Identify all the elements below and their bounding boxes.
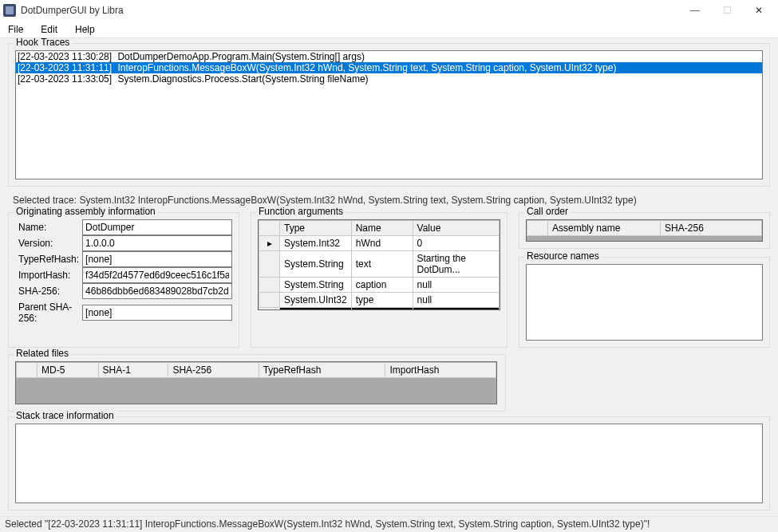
cell-type: System.UInt32: [280, 293, 352, 308]
menu-file[interactable]: File: [5, 22, 26, 37]
related-files-title: Related files: [14, 348, 71, 359]
field-parentsha256[interactable]: [82, 305, 232, 321]
cell-value: Starting the DotDum...: [413, 251, 499, 278]
cell-type: System.Int32: [280, 308, 352, 310]
cell-value: 0: [413, 236, 499, 251]
func-args-rowheader-col: [259, 221, 280, 236]
cell-value: null: [413, 293, 499, 308]
client-area: Hook Traces [22-03-2023 11:30:28] DotDum…: [0, 38, 778, 516]
menu-help[interactable]: Help: [72, 22, 98, 37]
row-indicator: [259, 308, 280, 310]
field-name[interactable]: [82, 219, 232, 235]
stack-trace-group: Stack trace information: [8, 416, 770, 510]
hook-traces-title: Hook Traces: [14, 38, 72, 48]
trace-row[interactable]: [22-03-2023 11:33:05] System.Diagnostics…: [16, 73, 762, 85]
label-name: Name:: [15, 219, 82, 235]
func-args-row[interactable]: System.Int32ReturnValue1: [259, 308, 500, 310]
hook-traces-list[interactable]: [22-03-2023 11:30:28] DotDumperDemoApp.P…: [15, 50, 763, 179]
trace-text: System.Diagnostics.Process.Start(System.…: [117, 73, 368, 85]
func-args-header-type[interactable]: Type: [280, 221, 352, 236]
cell-name: caption: [351, 278, 413, 293]
row-indicator: [259, 278, 280, 293]
minimize-button[interactable]: —: [679, 0, 711, 21]
cell-name: type: [351, 293, 413, 308]
field-version[interactable]: [82, 235, 232, 251]
window-title: DotDumperGUI by Libra: [21, 5, 679, 16]
trace-row[interactable]: [22-03-2023 11:30:28] DotDumperDemoApp.P…: [16, 51, 762, 62]
label-parentsha256: Parent SHA-256:: [15, 299, 82, 326]
resource-names-title: Resource names: [524, 250, 602, 262]
statusbar: Selected "[22-03-2023 11:31:11] InteropF…: [0, 516, 778, 532]
label-importhash: ImportHash:: [15, 267, 82, 283]
func-args-header-value[interactable]: Value: [413, 221, 499, 236]
related-files-header-sha1[interactable]: SHA-1: [98, 363, 168, 378]
resource-names-group: Resource names: [519, 257, 770, 348]
related-files-header-importhash[interactable]: ImportHash: [385, 363, 496, 378]
app-icon: [3, 4, 16, 17]
func-args-row[interactable]: ▸System.Int32hWnd0: [259, 236, 500, 251]
function-arguments-title: Function arguments: [256, 206, 346, 217]
call-order-table[interactable]: Assembly name SHA-256: [527, 220, 762, 236]
related-files-group: Related files MD-5 SHA-1 SHA-256 TypeRef…: [8, 354, 506, 412]
hook-traces-group: Hook Traces [22-03-2023 11:30:28] DotDum…: [8, 43, 770, 187]
close-button[interactable]: ✕: [743, 0, 775, 21]
call-order-header-assembly[interactable]: Assembly name: [548, 221, 661, 236]
resource-names-box[interactable]: [526, 264, 763, 341]
menubar: File Edit Help: [0, 21, 778, 38]
call-order-group: Call order Assembly name SHA-256: [519, 212, 770, 249]
function-arguments-group: Function arguments Type Name Value ▸Syst…: [251, 212, 507, 348]
trace-timestamp: [22-03-2023 11:33:05]: [18, 73, 112, 85]
cell-name: hWnd: [351, 236, 413, 251]
related-files-header-sha256[interactable]: SHA-256: [168, 363, 259, 378]
func-args-row[interactable]: System.UInt32typenull: [259, 293, 500, 308]
func-args-header-name[interactable]: Name: [351, 221, 413, 236]
cell-name: ReturnValue: [351, 308, 413, 310]
label-version: Version:: [15, 235, 82, 251]
cell-value: 1: [413, 308, 499, 310]
titlebar: DotDumperGUI by Libra — ☐ ✕: [0, 0, 778, 21]
related-files-table[interactable]: MD-5 SHA-1 SHA-256 TypeRefHash ImportHas…: [16, 362, 496, 378]
trace-text: DotDumperDemoApp.Program.Main(System.Str…: [117, 51, 364, 62]
label-typerefhash: TypeRefHash:: [15, 251, 82, 267]
cell-type: System.Int32: [280, 236, 352, 251]
window-controls: — ☐ ✕: [679, 0, 775, 21]
related-files-header-typerefhash[interactable]: TypeRefHash: [259, 363, 385, 378]
menu-edit[interactable]: Edit: [38, 22, 61, 37]
middle-row: Originating assembly information Name: V…: [8, 212, 770, 348]
func-args-row[interactable]: System.StringtextStarting the DotDum...: [259, 251, 500, 278]
trace-text: InteropFunctions.MessageBoxW(System.Int3…: [117, 62, 616, 73]
trace-timestamp: [22-03-2023 11:30:28]: [18, 51, 112, 62]
originating-assembly-group: Originating assembly information Name: V…: [8, 212, 239, 348]
field-typerefhash[interactable]: [82, 251, 232, 267]
selected-trace-label: Selected trace: System.Int32 InteropFunc…: [8, 191, 770, 207]
call-order-rowheader-col: [527, 221, 548, 236]
originating-assembly-title: Originating assembly information: [14, 206, 158, 217]
related-files-header-md5[interactable]: MD-5: [38, 363, 99, 378]
cell-type: System.String: [280, 278, 352, 293]
row-indicator: [259, 293, 280, 308]
label-sha256: SHA-256:: [15, 283, 82, 299]
field-importhash[interactable]: [82, 267, 232, 283]
stack-trace-box[interactable]: [15, 424, 763, 503]
maximize-button[interactable]: ☐: [711, 0, 743, 21]
call-order-title: Call order: [524, 206, 571, 217]
trace-row[interactable]: [22-03-2023 11:31:11] InteropFunctions.M…: [16, 62, 762, 73]
cell-type: System.String: [280, 251, 352, 278]
row-indicator: ▸: [259, 236, 280, 251]
stack-trace-title: Stack trace information: [14, 410, 117, 421]
field-sha256[interactable]: [82, 283, 232, 299]
cell-value: null: [413, 278, 499, 293]
func-args-row[interactable]: System.Stringcaptionnull: [259, 278, 500, 293]
call-order-header-sha256[interactable]: SHA-256: [661, 221, 762, 236]
function-arguments-table[interactable]: Type Name Value ▸System.Int32hWnd0System…: [259, 220, 500, 309]
trace-timestamp: [22-03-2023 11:31:11]: [18, 62, 112, 73]
cell-name: text: [351, 251, 413, 278]
related-files-rowheader-col: [17, 363, 38, 378]
row-indicator: [259, 251, 280, 278]
